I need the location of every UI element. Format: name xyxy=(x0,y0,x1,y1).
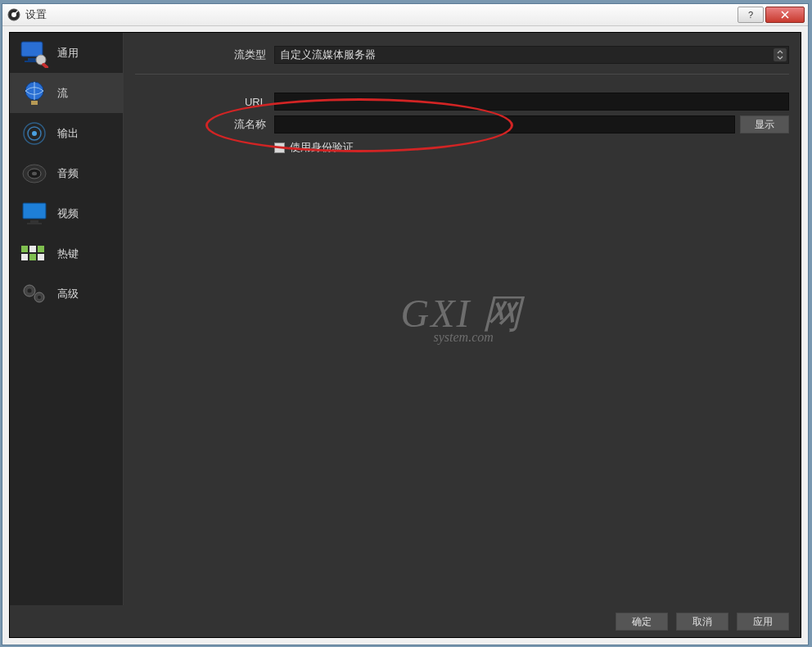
svg-rect-2 xyxy=(21,42,43,57)
apply-button[interactable]: 应用 xyxy=(737,613,789,631)
keyboard-icon xyxy=(16,239,52,269)
settings-window: 设置 ? xyxy=(2,3,809,645)
monitor-icon xyxy=(16,199,52,228)
sidebar-item-video[interactable]: 视频 xyxy=(10,193,123,233)
wrench-monitor-icon xyxy=(16,38,52,68)
sidebar-item-label: 音频 xyxy=(57,166,79,181)
help-button[interactable]: ? xyxy=(738,7,764,23)
svg-rect-22 xyxy=(29,254,36,260)
sidebar-item-label: 视频 xyxy=(57,206,79,221)
stream-type-label: 流类型 xyxy=(135,48,274,62)
svg-point-14 xyxy=(32,171,37,174)
sidebar-item-label: 通用 xyxy=(57,46,79,61)
sidebar-item-stream[interactable]: 流 xyxy=(10,73,123,113)
show-button[interactable]: 显示 xyxy=(740,115,789,133)
cancel-button[interactable]: 取消 xyxy=(676,613,729,631)
sidebar-item-hotkeys[interactable]: 热键 xyxy=(10,233,123,274)
watermark-line1: GXI 网 xyxy=(401,294,524,333)
sidebar-item-label: 流 xyxy=(57,86,68,101)
gears-icon xyxy=(16,279,52,309)
svg-rect-16 xyxy=(30,220,38,223)
svg-point-26 xyxy=(28,288,32,292)
app-icon xyxy=(7,8,20,21)
auth-checkbox[interactable] xyxy=(274,143,285,153)
watermark: GXI 网 system.com xyxy=(401,294,524,345)
svg-rect-18 xyxy=(21,246,28,252)
sidebar: 通用 流 xyxy=(10,33,124,605)
svg-rect-19 xyxy=(29,246,36,252)
svg-rect-23 xyxy=(38,254,44,260)
stream-type-select[interactable]: 自定义流媒体服务器 xyxy=(274,46,789,64)
close-button[interactable] xyxy=(765,7,805,23)
sidebar-item-audio[interactable]: 音频 xyxy=(10,153,123,193)
stream-name-input[interactable] xyxy=(274,115,735,133)
svg-rect-21 xyxy=(21,254,28,260)
svg-rect-3 xyxy=(28,58,36,61)
content-panel: 流类型 自定义流媒体服务器 URL xyxy=(124,33,801,605)
sidebar-item-label: 输出 xyxy=(57,126,79,141)
stream-name-label: 流名称 xyxy=(135,117,274,132)
svg-rect-15 xyxy=(23,203,46,219)
svg-point-9 xyxy=(32,131,37,136)
sidebar-item-output[interactable]: 输出 xyxy=(10,113,123,153)
sidebar-item-general[interactable]: 通用 xyxy=(10,33,123,73)
globe-icon xyxy=(16,79,52,108)
broadcast-icon xyxy=(16,119,52,148)
window-title: 设置 xyxy=(25,7,736,22)
url-label: URL xyxy=(135,96,274,108)
watermark-line2: system.com xyxy=(434,330,524,345)
svg-rect-8 xyxy=(31,101,38,105)
sidebar-item-label: 热键 xyxy=(57,247,79,261)
divider xyxy=(135,74,789,75)
ok-button[interactable]: 确定 xyxy=(616,613,668,631)
client-area: 通用 流 xyxy=(9,32,801,638)
titlebar[interactable]: 设置 ? xyxy=(2,4,808,26)
speaker-icon xyxy=(16,159,52,188)
sidebar-item-label: 高级 xyxy=(57,287,79,301)
svg-rect-20 xyxy=(38,246,44,252)
sidebar-item-advanced[interactable]: 高级 xyxy=(10,274,123,314)
svg-point-27 xyxy=(38,296,41,299)
auth-checkbox-label: 使用身份验证 xyxy=(290,140,354,155)
svg-rect-17 xyxy=(27,223,42,224)
url-input[interactable] xyxy=(274,93,789,111)
select-spinner-icon[interactable] xyxy=(774,48,787,61)
stream-type-value: 自定义流媒体服务器 xyxy=(280,48,376,61)
button-bar: 确定 取消 应用 xyxy=(10,605,801,637)
